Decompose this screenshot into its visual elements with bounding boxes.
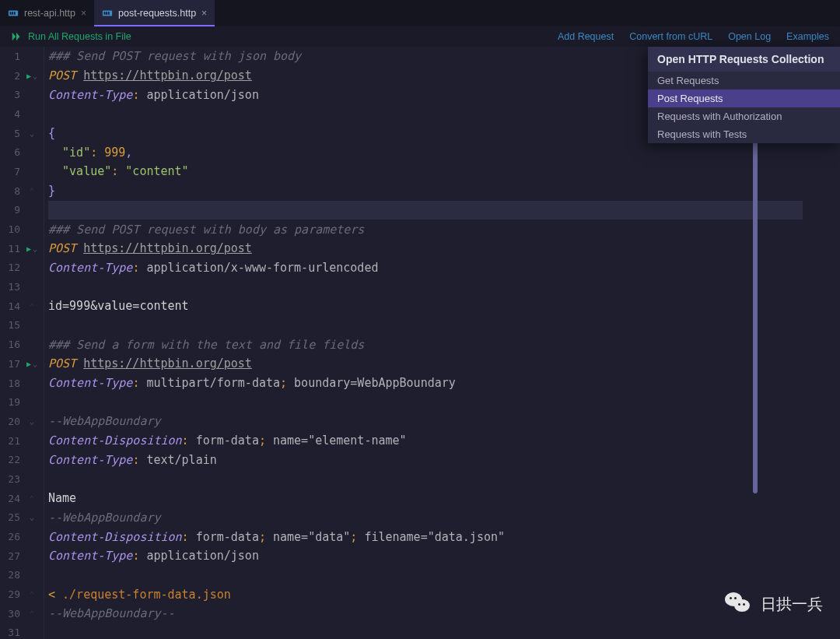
run-gutter-icon[interactable]: ▶ (26, 360, 31, 368)
add-request-button[interactable]: Add Request (558, 31, 614, 42)
line-number: 10 (0, 223, 20, 235)
line-number: 1 (0, 51, 20, 62)
code-line[interactable] (48, 623, 803, 639)
svg-rect-3 (14, 12, 16, 15)
fold-end-icon: ⌃ (30, 187, 34, 195)
code-line[interactable]: "id": 999, (48, 142, 803, 162)
line-number: 15 (0, 319, 20, 331)
fold-icon[interactable]: ⌄ (30, 417, 34, 426)
double-play-icon (11, 31, 22, 42)
code-line[interactable]: id=999&value=content (48, 297, 803, 316)
line-number: 7 (0, 166, 20, 177)
code-line[interactable]: Content-Type: application/x-www-form-url… (48, 258, 803, 278)
code-line[interactable]: Content-Disposition: form-data; name="da… (48, 527, 803, 546)
fold-icon[interactable]: ⌄ (33, 244, 37, 253)
code-line[interactable]: POST https://httpbin.org/post (48, 239, 803, 258)
fold-icon[interactable]: ⌄ (33, 360, 37, 368)
line-number: 21 (0, 435, 20, 447)
tab-label: post-requests.http (118, 8, 196, 19)
run-gutter-icon[interactable]: ▶ (26, 72, 31, 80)
line-number: 30 (0, 608, 20, 620)
code-line[interactable] (48, 566, 803, 585)
run-all-label: Run All Requests in File (28, 31, 131, 42)
line-number: 22 (0, 454, 20, 465)
tab-rest-api[interactable]: rest-api.http × (0, 0, 94, 26)
code-line[interactable]: Content-Type: multipart/form-data; bound… (48, 374, 803, 393)
svg-rect-2 (12, 12, 13, 15)
code-line[interactable]: Content-Type: application/json (48, 546, 803, 566)
code-line[interactable] (48, 316, 803, 335)
http-toolbar: Run All Requests in File Add Request Con… (0, 26, 840, 47)
line-number: 20 (0, 416, 20, 427)
popup-item[interactable]: Get Requests (648, 72, 840, 90)
line-number: 5 (0, 128, 20, 139)
gutter: 12▶⌄345⌄678⌃91011▶⌄121314⌃151617▶⌄181920… (0, 47, 44, 639)
code-line[interactable]: --WebAppBoundary (48, 412, 803, 431)
line-number: 6 (0, 146, 20, 158)
close-icon[interactable]: × (81, 8, 86, 19)
fold-icon[interactable]: ⌄ (33, 72, 37, 80)
convert-curl-button[interactable]: Convert from cURL (629, 31, 712, 42)
close-icon[interactable]: × (201, 8, 207, 19)
code-line[interactable]: --WebAppBoundary-- (48, 604, 803, 623)
examples-popup: Open HTTP Requests Collection Get Reques… (648, 47, 840, 143)
line-number: 29 (0, 588, 20, 600)
line-number: 4 (0, 108, 20, 120)
open-log-button[interactable]: Open Log (728, 31, 771, 42)
http-file-icon (8, 8, 19, 19)
code-line[interactable]: POST https://httpbin.org/post (48, 354, 803, 374)
line-number: 9 (0, 204, 20, 216)
line-number: 11 (0, 243, 20, 255)
code-line[interactable]: Content-Type: text/plain (48, 450, 803, 469)
popup-item[interactable]: Requests with Tests (648, 125, 840, 143)
line-number: 12 (0, 262, 20, 273)
line-number: 28 (0, 569, 20, 581)
fold-icon[interactable]: ⌄ (30, 513, 34, 521)
code-line[interactable]: Content-Disposition: form-data; name="el… (48, 431, 803, 451)
popup-item[interactable]: Requests with Authorization (648, 107, 840, 125)
watermark-text: 日拱一兵 (761, 594, 823, 615)
popup-item[interactable]: Post Requests (648, 90, 840, 107)
code-line[interactable] (48, 392, 803, 412)
fold-end-icon: ⌃ (30, 494, 34, 503)
line-number: 31 (0, 627, 20, 638)
line-number: 19 (0, 396, 20, 408)
popup-title: Open HTTP Requests Collection (648, 47, 840, 72)
code-line[interactable]: ### Send POST request with body as param… (48, 219, 803, 239)
fold-icon[interactable]: ⌄ (30, 129, 34, 138)
line-number: 3 (0, 89, 20, 100)
wechat-icon (725, 592, 753, 616)
code-line[interactable] (48, 277, 803, 297)
svg-rect-1 (10, 12, 12, 15)
run-all-button[interactable]: Run All Requests in File (11, 31, 131, 42)
tab-bar: rest-api.http × post-requests.http × (0, 0, 840, 26)
code-line[interactable] (48, 469, 803, 489)
line-number: 24 (0, 493, 20, 504)
http-file-icon (102, 8, 113, 19)
svg-rect-7 (108, 12, 110, 15)
run-gutter-icon[interactable]: ▶ (26, 244, 31, 253)
line-number: 8 (0, 185, 20, 197)
examples-button[interactable]: Examples (786, 31, 829, 42)
code-line[interactable]: Name (48, 489, 803, 508)
fold-end-icon: ⌃ (30, 302, 34, 311)
fold-end-icon: ⌃ (30, 590, 34, 599)
line-number: 13 (0, 281, 20, 293)
code-line[interactable]: < ./request-form-data.json (48, 585, 803, 604)
tab-label: rest-api.http (24, 8, 75, 19)
fold-end-icon: ⌃ (30, 609, 34, 618)
line-number: 16 (0, 339, 20, 350)
line-number: 23 (0, 473, 20, 485)
tab-post-requests[interactable]: post-requests.http × (94, 0, 215, 26)
code-line[interactable]: "value": "content" (48, 162, 803, 181)
svg-rect-5 (104, 12, 106, 15)
code-line[interactable]: ### Send a form with the text and file f… (48, 335, 803, 354)
code-line[interactable] (48, 201, 803, 220)
line-number: 14 (0, 300, 20, 312)
code-line[interactable]: --WebAppBoundary (48, 508, 803, 528)
code-line[interactable]: } (48, 181, 803, 201)
line-number: 25 (0, 511, 20, 523)
svg-rect-6 (106, 12, 107, 15)
line-number: 17 (0, 358, 20, 370)
line-number: 27 (0, 550, 20, 562)
